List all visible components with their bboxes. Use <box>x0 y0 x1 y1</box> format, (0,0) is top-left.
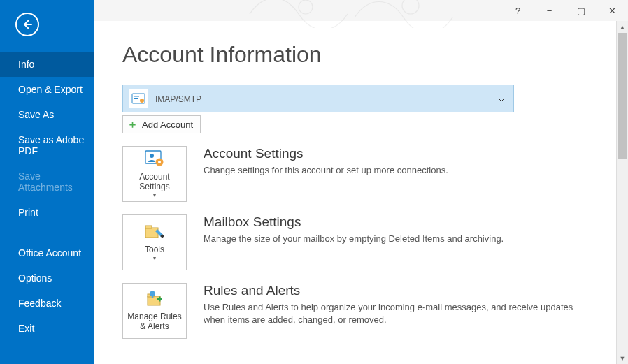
tile-label: Account Settings <box>126 173 183 192</box>
close-button[interactable]: ✕ <box>597 1 628 20</box>
backstage-sidebar: Info Open & Export Save As Save as Adobe… <box>0 0 94 364</box>
section-mailbox-settings: Tools ▾ Mailbox Settings Manage the size… <box>122 214 615 270</box>
maximize-icon: ▢ <box>577 6 585 16</box>
help-icon: ? <box>515 6 520 16</box>
nav-save-as[interactable]: Save As <box>0 102 94 127</box>
vertical-scrollbar[interactable]: ▲ ▼ <box>616 21 628 364</box>
nav-save-as-adobe-pdf[interactable]: Save as Adobe PDF <box>0 127 94 163</box>
svg-rect-5 <box>134 98 138 99</box>
nav-label: Options <box>18 272 52 284</box>
svg-point-8 <box>150 154 154 158</box>
nav-exit[interactable]: Exit <box>0 316 94 341</box>
nav-label: Exit <box>18 323 34 334</box>
nav-label: Save As <box>18 109 54 120</box>
nav-office-account[interactable]: Office Account <box>0 240 94 265</box>
section-desc: Change settings for this account or set … <box>204 164 587 177</box>
tile-account-settings[interactable]: Account Settings ▾ <box>122 146 187 202</box>
plus-icon: ＋ <box>127 118 138 131</box>
svg-rect-11 <box>145 228 158 238</box>
chevron-down-icon <box>498 94 505 104</box>
tile-label: Manage Rules & Alerts <box>126 312 183 332</box>
close-icon: ✕ <box>608 6 616 16</box>
minimize-icon: − <box>547 6 552 16</box>
tools-icon <box>143 224 166 242</box>
add-account-label: Add Account <box>142 119 193 130</box>
add-account-button[interactable]: ＋ Add Account <box>122 115 201 133</box>
svg-rect-12 <box>145 226 152 228</box>
section-text: Mailbox Settings Manage the size of your… <box>204 214 615 270</box>
svg-point-16 <box>152 296 154 298</box>
rules-alerts-icon <box>143 291 166 310</box>
section-rules-alerts: Manage Rules & Alerts Rules and Alerts U… <box>122 283 615 339</box>
nav-top: Info Open & Export Save As Save as Adobe… <box>0 52 94 341</box>
nav-label: Open & Export <box>18 84 83 95</box>
main-content: Account Information IMAP/SMTP ＋ Add Acco… <box>94 21 615 364</box>
svg-point-0 <box>299 0 313 14</box>
scroll-down-arrow[interactable]: ▼ <box>617 352 628 364</box>
tile-manage-rules-alerts[interactable]: Manage Rules & Alerts <box>122 283 187 339</box>
section-title: Account Settings <box>204 146 587 161</box>
section-text: Rules and Alerts Use Rules and Alerts to… <box>204 283 615 339</box>
nav-label: Office Account <box>18 247 81 259</box>
scroll-up-arrow[interactable]: ▲ <box>617 21 628 33</box>
section-title: Mailbox Settings <box>204 214 587 230</box>
titlebar-decoration <box>236 0 487 28</box>
nav-label: Save as Adobe PDF <box>18 134 84 156</box>
nav-save-attachments: Save Attachments <box>0 163 94 200</box>
nav-feedback[interactable]: Feedback <box>0 291 94 316</box>
back-button[interactable] <box>15 13 39 36</box>
arrow-left-icon <box>21 18 34 31</box>
account-type: IMAP/SMTP <box>155 94 498 104</box>
nav-open-export[interactable]: Open & Export <box>0 77 94 102</box>
account-settings-icon <box>144 150 165 170</box>
nav-label: Save Attachments <box>18 170 73 193</box>
tile-label: Tools <box>145 245 164 255</box>
tile-tools[interactable]: Tools ▾ <box>122 214 187 270</box>
chevron-down-icon: ▾ <box>153 255 156 261</box>
svg-rect-4 <box>134 96 139 97</box>
svg-point-1 <box>402 0 419 14</box>
section-account-settings: Account Settings ▾ Account Settings Chan… <box>122 146 615 202</box>
titlebar: ? − ▢ ✕ <box>94 0 628 21</box>
nav-print[interactable]: Print <box>0 200 94 225</box>
svg-rect-14 <box>148 296 160 305</box>
help-button[interactable]: ? <box>502 1 534 20</box>
maximize-button[interactable]: ▢ <box>565 1 597 20</box>
minimize-button[interactable]: − <box>534 1 565 20</box>
scroll-thumb[interactable] <box>618 33 627 159</box>
chevron-down-icon: ▾ <box>153 192 156 198</box>
section-text: Account Settings Change settings for thi… <box>204 146 615 202</box>
section-desc: Manage the size of your mailbox by empty… <box>204 233 587 245</box>
section-title: Rules and Alerts <box>204 283 587 298</box>
svg-point-6 <box>140 99 144 103</box>
page-title: Account Information <box>122 42 615 68</box>
nav-label: Info <box>18 59 34 70</box>
nav-label: Feedback <box>18 298 61 309</box>
nav-label: Print <box>18 207 38 218</box>
nav-info[interactable]: Info <box>0 52 94 77</box>
account-selector[interactable]: IMAP/SMTP <box>122 85 514 112</box>
account-card-icon <box>129 89 148 108</box>
svg-point-10 <box>158 161 161 163</box>
nav-options[interactable]: Options <box>0 265 94 291</box>
section-desc: Use Rules and Alerts to help organize yo… <box>204 301 587 326</box>
account-text: IMAP/SMTP <box>155 94 498 104</box>
